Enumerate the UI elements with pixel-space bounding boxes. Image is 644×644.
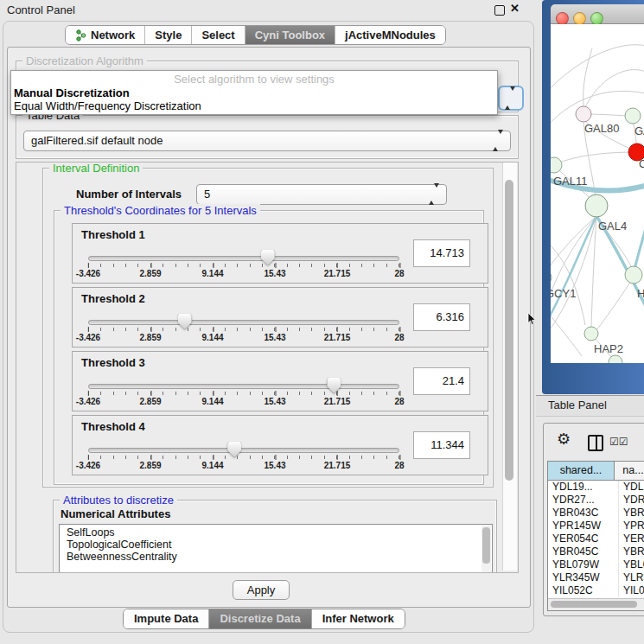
slider-tick-labels: -3.4262.8599.14415.4321.71528: [88, 397, 399, 407]
top-tabbar: Network Style Select Cyni Toolbox jActiv…: [65, 25, 446, 45]
tick-label: 21.715: [324, 461, 351, 470]
node-gal11[interactable]: [551, 157, 562, 173]
slider-track[interactable]: [88, 384, 399, 389]
columns-icon[interactable]: [588, 435, 603, 451]
threshold-slider[interactable]: -3.4262.8599.14415.4321.71528: [88, 416, 399, 475]
threshold-panel: Threshold 4 -3.4262.8599.14415.4321.7152…: [72, 415, 488, 475]
algorithm-combobox-focused[interactable]: [498, 86, 524, 111]
node-label: GAL11: [553, 175, 588, 188]
tab-discretize-data[interactable]: Discretize Data: [209, 609, 311, 628]
tick-label: 9.144: [201, 269, 223, 278]
tab-label: Cyni Toolbox: [255, 29, 325, 41]
threshold-slider[interactable]: -3.4262.8599.14415.4321.71528: [88, 352, 399, 411]
threshold-value-field[interactable]: 21.4: [413, 367, 470, 395]
node-label: GAL4: [598, 220, 627, 233]
panel-scrollbar-thumb[interactable]: [505, 180, 513, 481]
checkboxes-icon[interactable]: ☑☑: [609, 436, 628, 448]
close-icon[interactable]: ✕: [510, 2, 520, 15]
list-item[interactable]: BetweennessCentrality: [60, 551, 492, 563]
threshold-slider[interactable]: -3.4262.8599.14415.4321.71528: [88, 288, 399, 347]
float-window-icon[interactable]: [494, 5, 505, 16]
table-row[interactable]: YBR045CYBR0: [548, 545, 644, 558]
slider-track[interactable]: [88, 256, 399, 261]
node-label: HAP2: [594, 342, 623, 355]
table-hscrollbar-thumb[interactable]: [551, 601, 637, 608]
tab-style[interactable]: Style: [145, 26, 192, 44]
apply-button[interactable]: Apply: [233, 580, 290, 600]
number-of-intervals-value: 5: [204, 188, 210, 201]
tab-label: Select: [201, 29, 234, 41]
slider-ticks: [88, 328, 399, 331]
number-of-intervals-label: Number of Intervals: [76, 188, 182, 201]
node-h[interactable]: [625, 266, 642, 284]
table-hscrollbar[interactable]: [548, 598, 644, 610]
list-item[interactable]: TopologicalCoefficient: [60, 539, 492, 551]
group-title: Threshold's Coordinates for 5 Intervals: [61, 204, 260, 217]
tick-label: -3.426: [76, 461, 100, 470]
tab-jactivemnodules[interactable]: jActiveMNodules: [335, 26, 445, 44]
zoom-traffic-light-icon[interactable]: [590, 12, 603, 25]
tab-label: Style: [155, 29, 182, 41]
table-row[interactable]: YDR27...YDR2: [548, 494, 644, 507]
node-label: GA: [634, 124, 644, 137]
dropdown-option-manual[interactable]: Manual Discretization: [11, 86, 497, 99]
tab-label: Infer Network: [322, 612, 394, 625]
tab-impute-data[interactable]: Impute Data: [124, 609, 209, 628]
tab-label: Impute Data: [134, 612, 198, 625]
network-canvas[interactable]: GAL80 GA C GAL11 GAL4 GCY1 H HAP2: [551, 24, 644, 363]
numerical-attributes-list[interactable]: SelfLoopsTopologicalCoefficientBetweenne…: [59, 524, 493, 573]
node-label: H: [637, 287, 644, 300]
slider-tick-labels: -3.4262.8599.14415.4321.71528: [88, 461, 399, 471]
column-header-shared-name[interactable]: shared...: [548, 462, 615, 480]
tab-infer-network[interactable]: Infer Network: [312, 609, 405, 628]
group-title: Attributes to discretize: [60, 494, 177, 507]
slider-track[interactable]: [88, 320, 399, 325]
table-row[interactable]: YBL079WYBL0: [548, 558, 644, 571]
threshold-slider[interactable]: -3.4262.8599.14415.4321.71528: [88, 224, 399, 283]
node-hap2[interactable]: [584, 327, 598, 341]
tick-label: 15.43: [264, 269, 285, 278]
number-of-intervals-combobox[interactable]: 5: [196, 184, 447, 205]
node-label: GAL80: [584, 122, 619, 135]
node-gcy1[interactable]: [551, 271, 552, 284]
tick-label: -3.426: [76, 333, 100, 342]
list-item[interactable]: SelfLoops: [60, 526, 492, 539]
column-header-name[interactable]: na...: [615, 462, 644, 480]
tick-label: 21.715: [324, 397, 351, 406]
node-gal80[interactable]: [576, 106, 591, 122]
interval-definition-group: Interval Definition Number of Intervals …: [42, 168, 494, 488]
threshold-value-field[interactable]: 11.344: [413, 431, 470, 459]
network-window-titlebar[interactable]: [551, 4, 644, 24]
threshold-panel: Threshold 2 -3.4262.8599.14415.4321.7152…: [72, 287, 488, 348]
tick-label: 2.859: [139, 397, 161, 406]
settings-scrollpane: Interval Definition Number of Intervals …: [16, 162, 519, 573]
table-data-combobox[interactable]: galFiltered.sif default node: [23, 131, 511, 151]
tick-label: 28: [394, 397, 404, 406]
table-row[interactable]: YLR345WYLR3: [548, 571, 644, 584]
dropdown-option-equal-width[interactable]: Equal Width/Frequency Discretization: [11, 99, 497, 112]
list-scrollbar[interactable]: [481, 526, 491, 573]
table-row[interactable]: YPR145WYPR1: [548, 520, 644, 532]
slider-track[interactable]: [88, 448, 399, 453]
close-traffic-light-icon[interactable]: [556, 12, 569, 25]
group-title: Discretization Algorithm: [22, 54, 147, 67]
gear-icon[interactable]: ⚙: [557, 431, 571, 447]
threshold-panel: Threshold 3 -3.4262.8599.14415.4321.7152…: [72, 351, 488, 411]
control-panel-titlebar: Control Panel ✕: [0, 0, 536, 19]
table-data-group: Table Data galFiltered.sif default node: [16, 115, 519, 159]
threshold-value-field[interactable]: 6.316: [413, 303, 470, 331]
table-row[interactable]: YER054CYER0: [548, 532, 644, 545]
node-top-right[interactable]: [625, 108, 641, 124]
table-row[interactable]: YIL052CYIL0: [548, 584, 644, 597]
tab-network[interactable]: Network: [66, 26, 145, 44]
minimize-traffic-light-icon[interactable]: [573, 12, 586, 25]
slider-ticks: [88, 456, 399, 459]
table-row[interactable]: YDL19...YDL1: [548, 481, 644, 494]
table-row[interactable]: YBR043CYBR0: [548, 507, 644, 520]
tick-label: 9.144: [201, 397, 223, 406]
tab-select[interactable]: Select: [192, 26, 245, 44]
dropdown-hint-option[interactable]: Select algorithm to view settings: [11, 71, 497, 86]
node-gal4[interactable]: [585, 194, 608, 217]
tab-cyni-toolbox[interactable]: Cyni Toolbox: [245, 26, 335, 44]
threshold-value-field[interactable]: 14.713: [413, 239, 470, 267]
